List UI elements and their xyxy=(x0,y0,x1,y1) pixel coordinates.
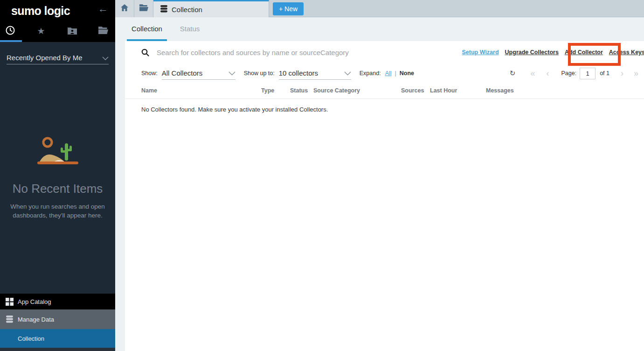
tab-collection[interactable]: Collection xyxy=(153,0,269,17)
page-number-input[interactable] xyxy=(580,68,596,79)
filter-row: Show: All Collectors Show up to: 10 coll… xyxy=(125,65,644,81)
sidebar-item-app-catalog[interactable]: App Catalog xyxy=(0,294,115,309)
no-recent-items-description: When you run searches and open dashboard… xyxy=(0,202,115,220)
expand-none-link[interactable]: None xyxy=(400,70,414,77)
column-header-source-category: Source Category xyxy=(313,87,401,94)
column-header-last-hour: Last Hour xyxy=(430,87,486,94)
home-button[interactable] xyxy=(115,0,134,17)
chevron-down-icon xyxy=(229,70,235,77)
database-icon xyxy=(160,5,167,14)
active-tab-underline xyxy=(0,40,22,42)
collectors-table-header: Name Type Status Source Category Sources… xyxy=(125,81,644,99)
access-keys-link[interactable]: Access Keys xyxy=(609,49,644,56)
library-button[interactable] xyxy=(134,0,153,17)
column-header-name: Name xyxy=(141,87,261,94)
sidebar-empty-state: No Recent Items When you run searches an… xyxy=(0,136,115,220)
add-collector-link[interactable]: Add Collector xyxy=(565,49,603,56)
column-header-type: Type xyxy=(261,87,290,94)
refresh-icon[interactable]: ↻ xyxy=(510,69,516,77)
search-icon xyxy=(141,49,149,56)
collapse-sidebar-icon[interactable]: ← xyxy=(98,3,108,15)
sidebar-bottom-nav: App Catalog Manage Data Collection xyxy=(0,294,115,351)
open-folder-icon xyxy=(139,4,148,13)
desert-illustration xyxy=(36,161,79,169)
column-header-messages: Messages xyxy=(486,87,644,94)
show-dropdown[interactable]: All Collectors xyxy=(162,67,235,80)
shared-folder-icon xyxy=(68,27,77,36)
favorites-tab[interactable]: ★ xyxy=(35,25,47,37)
show-label: Show: xyxy=(141,70,158,77)
show-dropdown-value: All Collectors xyxy=(162,69,229,77)
upgrade-collectors-link[interactable]: Upgrade Collectors xyxy=(505,49,559,56)
column-header-status: Status xyxy=(290,87,313,94)
collection-panel: Setup Wizard Upgrade Collectors Add Coll… xyxy=(125,41,644,351)
sidebar-item-collection[interactable]: Collection xyxy=(0,329,115,348)
nav-label: Collection xyxy=(18,335,44,342)
library-tab[interactable] xyxy=(97,25,109,37)
sidebar-item-manage-data[interactable]: Manage Data xyxy=(0,309,115,329)
sidebar-header: sumo logic ← ★ xyxy=(0,0,115,42)
subtab-collection[interactable]: Collection xyxy=(127,17,167,41)
search-input[interactable] xyxy=(156,48,462,57)
sidebar-nav-divider xyxy=(0,348,115,351)
recents-tab[interactable] xyxy=(4,25,16,37)
no-recent-items-title: No Recent Items xyxy=(0,182,115,196)
show-up-to-dropdown[interactable]: 10 collectors xyxy=(279,67,351,80)
chevron-down-icon xyxy=(344,70,351,77)
expand-divider: | xyxy=(395,70,396,77)
chevron-down-icon xyxy=(102,54,109,62)
expand-all-link[interactable]: All xyxy=(385,70,392,77)
show-up-to-dropdown-value: 10 collectors xyxy=(279,69,344,77)
star-icon: ★ xyxy=(37,27,45,36)
nav-label: Manage Data xyxy=(18,316,54,323)
main-area: Collection + New Collection Status Setup… xyxy=(115,0,644,351)
recently-opened-dropdown[interactable]: Recently Opened By Me xyxy=(7,51,109,64)
next-page-icon[interactable]: › xyxy=(621,70,623,77)
show-up-to-label: Show up to: xyxy=(244,70,275,77)
page-label: Page: xyxy=(561,70,576,77)
sidebar: sumo logic ← ★ Recently Opened By Me xyxy=(0,0,115,351)
pagination: ↻ « ‹ Page: of 1 › » xyxy=(510,65,638,81)
expand-label: Expand: xyxy=(360,70,381,77)
clock-icon xyxy=(5,25,15,37)
no-collectors-message: No Collectors found. Make sure you activ… xyxy=(125,99,644,113)
database-icon xyxy=(5,316,14,323)
subtab-strip: Collection Status xyxy=(115,17,644,41)
last-page-icon[interactable]: » xyxy=(634,70,638,77)
grid-icon xyxy=(5,298,14,306)
tab-label: Collection xyxy=(172,6,202,14)
header-links: Setup Wizard Upgrade Collectors Add Coll… xyxy=(462,49,644,56)
column-header-sources: Sources xyxy=(401,87,430,94)
first-page-icon[interactable]: « xyxy=(530,70,535,77)
nav-label: App Catalog xyxy=(18,298,51,305)
prev-page-icon[interactable]: ‹ xyxy=(546,70,549,77)
home-icon xyxy=(121,4,128,13)
sumo-logic-logo: sumo logic xyxy=(11,4,70,18)
new-button[interactable]: + New xyxy=(273,2,304,15)
open-folder-icon xyxy=(98,27,108,36)
recently-opened-label: Recently Opened By Me xyxy=(7,54,102,62)
search-row: Setup Wizard Upgrade Collectors Add Coll… xyxy=(125,41,644,63)
shared-content-tab[interactable] xyxy=(66,25,78,37)
subtab-status[interactable]: Status xyxy=(180,17,200,41)
setup-wizard-link[interactable]: Setup Wizard xyxy=(462,49,499,56)
tab-strip: Collection + New xyxy=(115,0,644,17)
page-count-label: of 1 xyxy=(600,70,609,77)
